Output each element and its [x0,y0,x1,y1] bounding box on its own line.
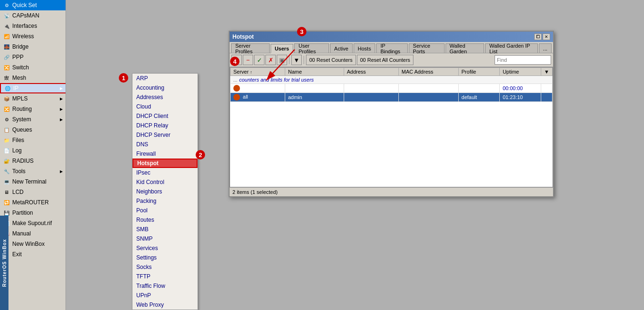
ip-submenu-item-dhcpclient[interactable]: DHCP Client [132,111,198,121]
find-input[interactable] [495,55,551,65]
tab-walled-garden[interactable]: Walled Garden [446,43,484,53]
table-header-row: Server ↑ Name Address MAC Address Profil… [231,68,553,76]
interfaces-icon: 🔌 [3,22,10,30]
cancel-button[interactable]: ✗ [265,55,276,65]
ip-submenu-item-kidcontrol[interactable]: Kid Control [132,177,198,187]
tab-users[interactable]: Users [271,44,294,53]
sidebar-item-mpls[interactable]: 📦 MPLS [0,93,66,104]
ip-submenu-item-pool[interactable]: Pool [132,206,198,215]
sidebar-item-exit[interactable]: 🚪 Exit [0,249,66,260]
paste-button[interactable]: ▣ [277,55,287,65]
cell-mac-1 [398,84,458,93]
sidebar-item-lcd[interactable]: 🖥 LCD [0,187,66,197]
ip-submenu-item-smb[interactable]: SMB [132,225,198,234]
cell-mac-2 [398,93,458,102]
ppp-icon: 🔗 [3,53,10,61]
ip-submenu-item-ipsec[interactable]: IPsec [132,168,198,177]
sidebar-item-metarouter[interactable]: 🔁 MetaROUTER [0,197,66,208]
table-empty-space [230,102,553,187]
ip-submenu-item-snmp[interactable]: SNMP [132,234,198,243]
ip-submenu-item-webproxy[interactable]: Web Proxy [132,300,198,310]
ip-submenu-item-dhcprelay[interactable]: DHCP Relay [132,121,198,130]
tab-server-profiles[interactable]: Server Profiles [231,43,270,53]
sidebar-item-mesh[interactable]: 🕸 Mesh [0,73,66,83]
metarouter-icon: 🔁 [3,199,10,206]
annotation-badge-3: 3 [297,27,306,36]
reset-all-counters-button[interactable]: 00 Reset All Counters [357,55,413,65]
tab-walled-garden-ip[interactable]: Walled Garden IP List [485,43,538,53]
col-expand[interactable]: ▼ [541,68,553,76]
cell-server-2: all [231,93,285,102]
ip-submenu-item-firewall[interactable]: Firewall [132,149,198,159]
sidebar-item-log[interactable]: 📄 Log [0,145,66,156]
tab-user-profiles[interactable]: User Profiles [294,43,329,53]
sidebar-item-manual[interactable]: 📖 Manual [0,228,66,239]
ip-submenu-item-hotspot[interactable]: Hotspot [132,159,198,168]
sidebar-item-terminal[interactable]: 💻 New Terminal [0,176,66,187]
reset-counters-button[interactable]: 00 Reset Counters [306,55,356,65]
sidebar-item-newwinbox[interactable]: 🖥 New WinBox [0,239,66,249]
ip-submenu-item-packing[interactable]: Packing [132,196,198,206]
window-titlebar: Hotspot ⧠ ✕ [230,32,553,42]
sidebar-item-quickset[interactable]: ⚙ Quick Set [0,0,66,10]
table-row-selected[interactable]: all admin default 01:23:10 [231,93,553,102]
ip-submenu-item-services[interactable]: Services [132,243,198,253]
ip-submenu-item-addresses[interactable]: Addresses [132,92,198,102]
filter-button[interactable]: ▼ [291,55,302,65]
col-name[interactable]: Name [285,68,344,76]
sidebar-item-bridge[interactable]: 🌉 Bridge [0,42,66,52]
toolbar: + − ✓ ✗ ▣ ▼ 00 Reset Counters 00 Reset A… [230,53,553,67]
sidebar-item-makesupout[interactable]: 📊 Make Supout.rif [0,218,66,228]
ip-submenu-item-dns[interactable]: DNS [132,140,198,149]
tab-ip-bindings[interactable]: IP Bindings [376,43,408,53]
sidebar-item-tools[interactable]: 🔧 Tools [0,166,66,176]
tab-hosts[interactable]: Hosts [354,43,375,53]
group-row-link[interactable]: counters and limits for trial users [239,77,314,83]
switch-icon: 🔀 [3,64,10,71]
col-server[interactable]: Server ↑ [231,68,285,76]
ip-submenu-item-arp[interactable]: ARP [132,74,198,83]
tab-more[interactable]: ... [539,43,552,53]
ip-submenu-item-accounting[interactable]: Accounting [132,83,198,92]
ip-submenu-item-neighbors[interactable]: Neighbors [132,187,198,196]
ip-submenu-item-trafficflow[interactable]: Traffic Flow [132,281,198,291]
ip-submenu-item-upnp[interactable]: UPnP [132,291,198,300]
winbox-label: RouterOS WinBox [0,216,8,310]
window-close-button[interactable]: ✕ [543,34,550,40]
sidebar-item-wireless[interactable]: 📶 Wireless [0,31,66,42]
sidebar-item-files[interactable]: 📁 Files [0,135,66,145]
sidebar-item-system[interactable]: ⚙ System [0,114,66,125]
cell-address-1 [344,84,398,93]
ip-submenu-item-settings[interactable]: Settings [132,253,198,262]
sidebar-item-capsman[interactable]: 📡 CAPsMAN [0,10,66,21]
table-row[interactable]: 00:00:00 [231,84,553,93]
remove-button[interactable]: − [243,55,253,65]
system-icon: ⚙ [3,116,10,123]
sidebar-item-queues[interactable]: 📋 Queues [0,125,66,135]
col-address[interactable]: Address [344,68,398,76]
check-button[interactable]: ✓ [254,55,264,65]
ip-submenu-item-socks[interactable]: Socks [132,262,198,272]
sidebar-item-radius[interactable]: 🔐 RADIUS [0,156,66,166]
ip-submenu-item-dhcpserver[interactable]: DHCP Server [132,130,198,140]
sidebar-item-ppp[interactable]: 🔗 PPP [0,52,66,62]
tab-active[interactable]: Active [330,43,353,53]
tools-icon: 🔧 [3,168,10,175]
window-restore-button[interactable]: ⧠ [534,34,542,40]
sidebar-item-interfaces[interactable]: 🔌 Interfaces [0,21,66,31]
sidebar-item-partition[interactable]: 💾 Partition [0,208,66,218]
col-profile[interactable]: Profile [458,68,499,76]
sidebar-item-routing[interactable]: 🔀 Routing [0,104,66,114]
data-table: Server ↑ Name Address MAC Address Profil… [230,67,553,102]
routing-icon: 🔀 [3,105,10,113]
ip-submenu-item-cloud[interactable]: Cloud [132,102,198,111]
tab-service-ports[interactable]: Service Ports [409,43,445,53]
col-mac[interactable]: MAC Address [398,68,458,76]
user-icon-2 [233,94,240,101]
sidebar-item-switch[interactable]: 🔀 Switch [0,62,66,73]
cell-uptime-2: 01:23:10 [500,93,541,102]
sidebar-item-ip[interactable]: 🌐 IP [0,83,66,93]
ip-submenu-item-tftp[interactable]: TFTP [132,272,198,281]
ip-submenu-item-routes[interactable]: Routes [132,215,198,225]
col-uptime[interactable]: Uptime [500,68,541,76]
